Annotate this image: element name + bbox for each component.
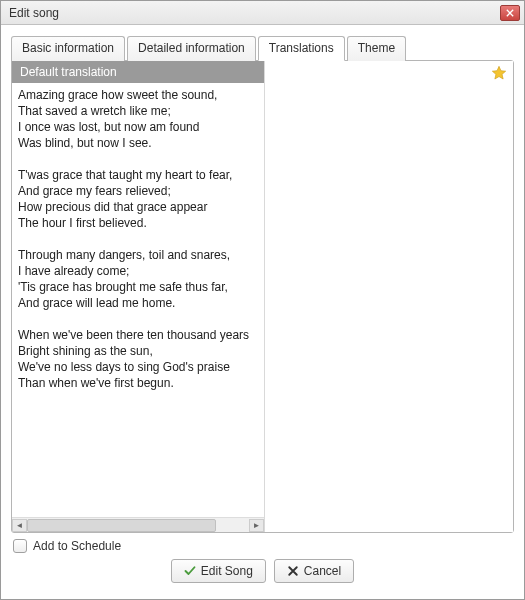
translation-header[interactable]: Default translation <box>12 61 264 83</box>
tab-bar: Basic information Detailed information T… <box>11 35 514 60</box>
tab-panel-translations: Default translation Amazing grace how sw… <box>11 60 514 533</box>
translation-right-pane <box>265 61 513 532</box>
edit-song-dialog: Edit song Basic information Detailed inf… <box>0 0 525 600</box>
star-icon <box>491 65 507 81</box>
horizontal-scrollbar[interactable]: ◄ ► <box>12 517 264 532</box>
edit-song-button[interactable]: Edit Song <box>171 559 266 583</box>
close-icon <box>506 9 514 17</box>
tab-translations[interactable]: Translations <box>258 36 345 61</box>
tab-theme[interactable]: Theme <box>347 36 406 61</box>
tab-label: Translations <box>269 41 334 55</box>
cancel-button[interactable]: Cancel <box>274 559 354 583</box>
tab-basic-information[interactable]: Basic information <box>11 36 125 61</box>
default-translation-star[interactable] <box>491 65 507 81</box>
footer-options: Add to Schedule <box>11 533 514 555</box>
lyrics-textarea[interactable]: Amazing grace how sweet the sound, That … <box>12 83 264 517</box>
dialog-content: Basic information Detailed information T… <box>1 25 524 599</box>
add-to-schedule-label[interactable]: Add to Schedule <box>33 539 121 553</box>
translation-pane: Default translation Amazing grace how sw… <box>12 61 265 532</box>
titlebar: Edit song <box>1 1 524 25</box>
x-icon <box>287 565 299 577</box>
scroll-right-button[interactable]: ► <box>249 519 264 532</box>
check-icon <box>184 565 196 577</box>
button-label: Edit Song <box>201 564 253 578</box>
tab-detailed-information[interactable]: Detailed information <box>127 36 256 61</box>
dialog-buttons: Edit Song Cancel <box>11 555 514 591</box>
scroll-track[interactable] <box>27 519 249 532</box>
tab-label: Basic information <box>22 41 114 55</box>
button-label: Cancel <box>304 564 341 578</box>
window-title: Edit song <box>9 6 500 20</box>
add-to-schedule-checkbox[interactable] <box>13 539 27 553</box>
scroll-thumb[interactable] <box>27 519 216 532</box>
lyrics-wrap: Amazing grace how sweet the sound, That … <box>12 83 264 517</box>
close-button[interactable] <box>500 5 520 21</box>
tab-label: Theme <box>358 41 395 55</box>
scroll-left-button[interactable]: ◄ <box>12 519 27 532</box>
tab-label: Detailed information <box>138 41 245 55</box>
